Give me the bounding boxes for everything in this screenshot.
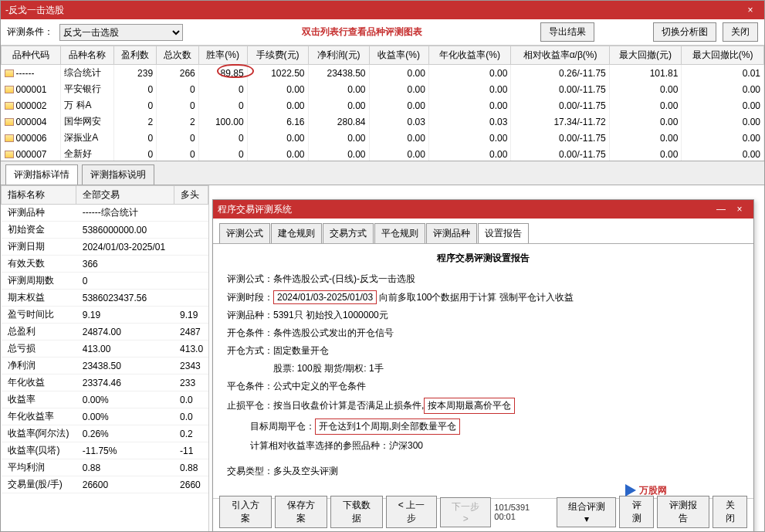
sub-tab[interactable]: 平仓规则 xyxy=(374,223,425,243)
val-ref: 计算相对收益率选择的参照品种：沪深300 xyxy=(250,440,423,451)
grid-header[interactable]: 相对收益率α/β(%) xyxy=(511,46,609,65)
lbl-target: 目标周期平仓： xyxy=(250,421,315,432)
val-stop-box: 按本周期最高价平仓 xyxy=(424,398,515,414)
prev-button[interactable]: < 上一步 xyxy=(386,496,437,528)
val-formula: 条件选股公式-(日线)-反戈一击选股 xyxy=(273,273,415,284)
detail-row: 收益率(贝塔)-11.75%-11 xyxy=(2,442,208,459)
report-body: 程序交易评测设置报告 评测公式：条件选股公式-(日线)-反戈一击选股 评测时段：… xyxy=(213,244,753,499)
grid-header[interactable]: 最大回撤(元) xyxy=(609,46,682,65)
progress-status: 101/5391 00:01 xyxy=(494,503,550,521)
detail-row: 平均利润0.880.88 xyxy=(2,459,208,476)
sub-tab[interactable]: 设置报告 xyxy=(478,223,529,243)
switch-chart-button[interactable]: 切换分析图 xyxy=(653,22,716,42)
condition-select[interactable]: 反戈一击选股 xyxy=(59,24,183,41)
folder-icon xyxy=(5,134,14,142)
detail-col-long: 多头 xyxy=(174,186,208,205)
grid-header[interactable]: 品种名称 xyxy=(61,46,114,65)
sub-tab[interactable]: 建仓规则 xyxy=(271,223,322,243)
sub-close-icon[interactable]: × xyxy=(730,204,749,215)
grid-header[interactable]: 最大回撤比(%) xyxy=(682,46,764,65)
folder-icon xyxy=(5,118,14,126)
table-row[interactable]: 000001平安银行0000.000.000.000.000.00/-11.75… xyxy=(2,81,764,97)
arrow-icon xyxy=(625,484,636,496)
lbl-period: 评测时段： xyxy=(227,292,273,303)
grid-header[interactable]: 净利润(元) xyxy=(308,46,369,65)
detail-row: 评测周期数0 xyxy=(2,273,208,290)
hint-text: 双击列表行查看品种评测图表 xyxy=(189,25,534,39)
val-close: 公式中定义的平仓条件 xyxy=(273,381,366,391)
val-period: 2024/01/03-2025/01/03 xyxy=(273,290,377,304)
detail-row: 年化收益23374.46233 xyxy=(2,374,208,391)
table-row[interactable]: 000006深振业A0000.000.000.000.000.00/-11.75… xyxy=(2,130,764,146)
detail-row: 总亏损413.00413.0 xyxy=(2,341,208,357)
report-title: 程序交易评测设置报告 xyxy=(227,252,740,265)
result-grid[interactable]: 品种代码品种名称盈利数总次数胜率(%)手续费(元)净利润(元)收益率(%)年化收… xyxy=(1,46,764,161)
detail-row: 有效天数366 xyxy=(2,256,208,273)
grid-header[interactable]: 胜率(%) xyxy=(198,46,247,65)
import-button[interactable]: 引入方案 xyxy=(219,496,272,528)
close-icon[interactable]: × xyxy=(741,5,760,15)
sub-tab[interactable]: 评测公式 xyxy=(219,223,270,243)
main-titlebar: -反戈一击选股 × xyxy=(1,1,764,19)
val-qty: 股票: 100股 期货/期权: 1手 xyxy=(273,363,384,374)
sub-tab[interactable]: 交易方式 xyxy=(323,223,374,243)
detail-row: 年化收益率0.00%0.0 xyxy=(2,408,208,425)
val-method: 固定数量开仓 xyxy=(273,345,329,356)
tab-explain[interactable]: 评测指标说明 xyxy=(82,164,154,185)
table-row[interactable]: 000004国华网安22100.006.16280.840.030.0317.3… xyxy=(2,114,764,130)
sub-title: 程序交易评测系统 xyxy=(218,203,712,216)
table-row[interactable]: ------综合统计23926689.851022.5023438.500.00… xyxy=(2,65,764,82)
val-instr: 5391只 初始投入1000000元 xyxy=(273,310,388,320)
brand-logo: 万股网 xyxy=(625,475,749,506)
condition-label: 评测条件： xyxy=(7,25,53,39)
folder-icon xyxy=(5,102,14,110)
window-title: -反戈一击选股 xyxy=(5,4,741,17)
detail-row: 盈亏时间比9.199.19 xyxy=(2,307,208,324)
detail-tabs: 评测指标详情 评测指标说明 xyxy=(1,161,764,185)
lbl-method: 开仓方式： xyxy=(227,345,273,356)
grid-header[interactable]: 总次数 xyxy=(157,46,199,65)
sub-tab[interactable]: 评测品种 xyxy=(426,223,477,243)
detail-row: 收益率0.00%0.0 xyxy=(2,391,208,408)
export-button[interactable]: 导出结果 xyxy=(540,22,594,42)
folder-icon xyxy=(5,86,14,93)
lbl-formula: 评测公式： xyxy=(227,273,273,284)
detail-row: 评测日期2024/01/03-2025/01 xyxy=(2,239,208,256)
folder-icon xyxy=(5,69,14,77)
table-row[interactable]: 000007全新好0000.000.000.000.000.00/-11.750… xyxy=(2,146,764,161)
detail-col-name: 指标名称 xyxy=(2,186,76,205)
val-target: 开仓达到1个周期,则全部数量平仓 xyxy=(315,418,460,435)
grid-header[interactable]: 盈利数 xyxy=(114,46,157,65)
download-button[interactable]: 下载数据 xyxy=(330,496,383,528)
lbl-open: 开仓条件： xyxy=(227,327,273,338)
lbl-instr: 评测品种： xyxy=(227,310,273,320)
table-row[interactable]: 000002万 科A0000.000.000.000.000.00/-11.75… xyxy=(2,97,764,114)
detail-table: 指标名称 全部交易 多头 评测品种------综合统计初始资金538600000… xyxy=(1,185,209,532)
brand-text: 万股网 xyxy=(639,484,667,497)
val-type: 多头及空头评测 xyxy=(273,466,338,476)
next-button: 下一步 > xyxy=(440,497,491,527)
tab-detail[interactable]: 评测指标详情 xyxy=(5,164,78,185)
val-stop-pre: 按当日收盘价计算是否满足止损条件, xyxy=(273,400,424,411)
detail-row: 总盈利24874.002487 xyxy=(2,324,208,341)
detail-row: 初始资金5386000000.00 xyxy=(2,222,208,239)
detail-row: 收益率(阿尔法)0.26%0.2 xyxy=(2,425,208,442)
combo-eval-button[interactable]: 组合评测 ▾ xyxy=(557,497,616,527)
sub-tabs: 评测公式建仓规则交易方式平仓规则评测品种设置报告 xyxy=(213,219,753,244)
detail-row: 净利润23438.502343 xyxy=(2,357,208,374)
grid-header[interactable]: 手续费(元) xyxy=(247,46,308,65)
detail-col-all: 全部交易 xyxy=(76,186,174,205)
folder-icon xyxy=(5,151,14,158)
detail-row: 交易量(股/手)266002660 xyxy=(2,476,208,493)
val-period-tail: 向前多取100个数据用于计算 强制平仓计入收益 xyxy=(379,292,573,303)
close-button[interactable]: 关闭 xyxy=(723,22,758,42)
grid-header[interactable]: 收益率(%) xyxy=(369,46,428,65)
minimize-icon[interactable]: — xyxy=(712,204,730,215)
save-button[interactable]: 保存方案 xyxy=(275,496,327,528)
grid-header[interactable]: 品种代码 xyxy=(2,46,61,65)
lbl-stop: 止损平仓： xyxy=(227,400,273,411)
sub-titlebar: 程序交易评测系统 — × xyxy=(213,200,753,219)
lbl-type: 交易类型： xyxy=(227,466,273,476)
lbl-close: 平仓条件： xyxy=(227,381,273,391)
grid-header[interactable]: 年化收益率(%) xyxy=(428,46,511,65)
